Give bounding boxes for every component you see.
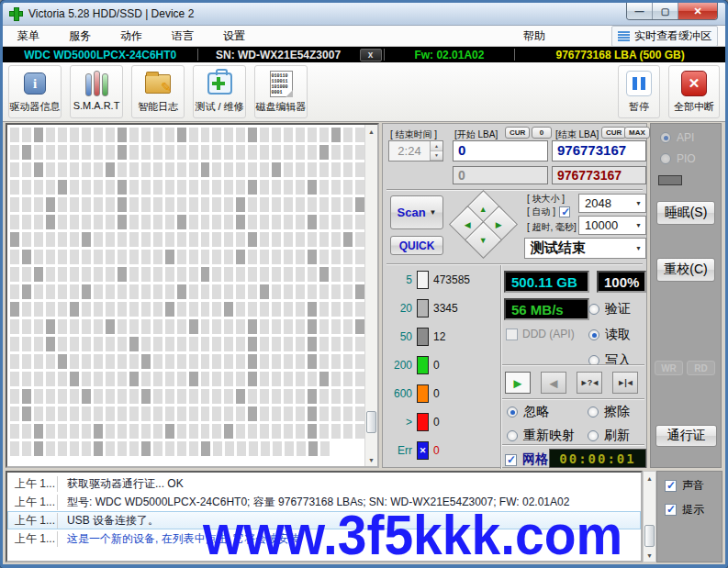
scan-block — [58, 215, 67, 229]
scan-block — [236, 284, 245, 299]
pio-radio[interactable] — [660, 153, 671, 164]
start-lba-input[interactable]: 0 — [453, 140, 548, 161]
buffer-view-button[interactable]: 实时查看缓冲区 — [611, 26, 718, 47]
log-row-0[interactable]: 上午 1...获取驱动器通行证... OK — [7, 474, 641, 493]
abort-all-button[interactable]: ✕ 全部中断 — [668, 65, 720, 118]
scan-block — [224, 389, 233, 404]
scroll-down-icon[interactable]: ▼ — [644, 549, 655, 562]
ddd-checkbox[interactable] — [506, 329, 518, 340]
scan-block — [296, 372, 305, 386]
scan-block — [201, 319, 210, 334]
menu-item-0[interactable]: 菜单 — [10, 26, 47, 47]
action-radio-button[interactable] — [507, 430, 518, 441]
device-close-button[interactable]: x — [360, 49, 382, 61]
scan-grid-row — [10, 162, 364, 177]
test-state-combo[interactable]: 测试结束▼ — [524, 238, 646, 259]
grid-scroll-thumb[interactable] — [366, 411, 376, 433]
scan-button[interactable]: Scan▼ — [390, 195, 443, 229]
scan-block — [343, 302, 353, 317]
end-time-spinner[interactable]: 2:24 ▲▼ — [388, 140, 443, 161]
start-lba-cur-button[interactable]: CUR — [505, 127, 530, 139]
toolbar-button-0[interactable]: i驱动器信息 — [8, 65, 62, 118]
pause-button[interactable]: 暂停 — [618, 65, 660, 118]
scan-block — [34, 128, 43, 142]
scroll-down-icon[interactable]: ▼ — [365, 453, 377, 466]
toolbar-button-3[interactable]: 测试 / 维修 — [193, 65, 246, 118]
scan-block — [106, 302, 115, 317]
scan-block — [201, 215, 210, 229]
log-scroll-thumb[interactable] — [644, 525, 655, 547]
close-button[interactable]: ✕ — [678, 3, 717, 20]
scan-block — [34, 407, 43, 421]
sleep-button[interactable]: 睡眠(S) — [656, 201, 715, 225]
playback-button-1[interactable]: ◄ — [541, 372, 566, 394]
scan-block — [236, 372, 245, 386]
action-radio-button[interactable] — [588, 407, 599, 418]
toolbar: i驱动器信息S.M.A.R.T✎智能日志测试 / 维修0101101100111… — [3, 62, 725, 122]
block-size-combo[interactable]: 2048▼ — [578, 194, 646, 213]
stat-label: 5 — [385, 273, 412, 286]
action-radio-button[interactable] — [588, 430, 599, 441]
end-lba-cur-button[interactable]: CUR — [601, 127, 626, 139]
scan-block — [201, 284, 210, 299]
scan-block — [10, 145, 19, 160]
rd-button[interactable]: RD — [687, 361, 715, 375]
auto-checkbox[interactable] — [559, 206, 570, 217]
menu-item-2[interactable]: 动作 — [113, 26, 150, 47]
scan-block — [153, 354, 162, 369]
scan-block — [319, 267, 329, 282]
menu-item-help[interactable]: 帮助 — [516, 26, 553, 47]
playback-button-3[interactable]: ►|◄ — [612, 372, 638, 394]
scan-block — [177, 319, 186, 334]
menu-item-1[interactable]: 服务 — [62, 26, 98, 47]
stat-block-icon — [417, 328, 429, 346]
toolbar-button-4[interactable]: 0101101100111010000001磁盘编辑器 — [254, 65, 308, 118]
end-lba-max-button[interactable]: MAX — [624, 127, 650, 139]
toolbar-button-2[interactable]: ✎智能日志 — [131, 65, 185, 118]
log-option-checkbox[interactable] — [665, 480, 677, 492]
quick-button[interactable]: QUICK — [390, 236, 443, 255]
menu-item-3[interactable]: 语言 — [164, 26, 201, 47]
log-option-checkbox[interactable] — [665, 504, 677, 516]
end-lba-input[interactable]: 976773167 — [552, 140, 646, 161]
scroll-up-icon[interactable]: ▲ — [365, 125, 377, 138]
scan-block — [94, 319, 103, 334]
device-model[interactable]: WDC WD5000LPCX-24C6HT0 — [3, 49, 197, 61]
grid-checkbox[interactable] — [505, 454, 517, 466]
api-radio[interactable] — [660, 132, 671, 143]
scan-block — [153, 302, 162, 317]
mode-radio-label: 写入 — [605, 352, 631, 369]
grid-scrollbar[interactable]: ▲ ▼ — [364, 125, 377, 466]
recalibrate-button[interactable]: 重校(C) — [656, 258, 715, 282]
scroll-up-icon[interactable]: ▲ — [644, 472, 655, 484]
scan-block — [331, 145, 341, 160]
log-scrollbar[interactable]: ▲ ▼ — [643, 471, 656, 562]
minimize-button[interactable]: — — [627, 3, 653, 20]
scan-block — [284, 197, 293, 212]
pio-radio-row: PIO — [660, 152, 696, 165]
scan-block — [22, 424, 31, 439]
maximize-button[interactable]: ▢ — [653, 3, 678, 20]
scan-block — [46, 232, 55, 247]
scan-block — [308, 145, 317, 160]
scan-block — [236, 319, 245, 334]
mode-radio-button[interactable] — [588, 304, 599, 315]
scan-block — [308, 319, 317, 334]
scan-block — [319, 232, 329, 247]
toolbar-button-1[interactable]: S.M.A.R.T — [70, 65, 123, 118]
action-radio-button[interactable] — [507, 407, 518, 418]
scan-block — [94, 441, 103, 456]
wr-button[interactable]: WR — [655, 361, 683, 375]
playback-button-0[interactable]: ► — [505, 372, 531, 394]
scan-grid-row — [10, 180, 364, 195]
timeout-combo[interactable]: 10000▼ — [578, 216, 646, 235]
start-lba-zero-button[interactable]: 0 — [532, 127, 552, 139]
mode-radio-button[interactable] — [588, 329, 599, 340]
scan-block — [70, 441, 79, 456]
scan-block — [141, 162, 151, 177]
scan-block — [58, 424, 67, 439]
playback-button-2[interactable]: ►?◄ — [577, 372, 602, 394]
passport-button[interactable]: 通行证 — [655, 425, 717, 447]
stat-label: Err — [385, 444, 412, 457]
menu-item-4[interactable]: 设置 — [216, 26, 252, 47]
